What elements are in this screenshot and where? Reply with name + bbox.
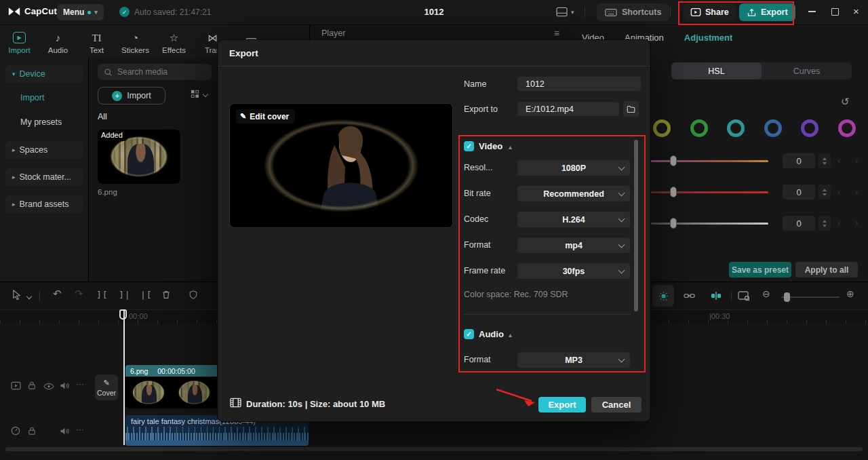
framerate-select[interactable]: 30fps (517, 263, 630, 279)
filter-all-label[interactable]: All (98, 112, 107, 121)
audio-checkbox[interactable]: ✓ (464, 329, 474, 339)
video-track-mute-button[interactable] (60, 381, 70, 390)
segment-hsl[interactable]: HSL (671, 62, 762, 79)
collapse-icon[interactable]: ▴ (509, 331, 512, 339)
format-select[interactable]: mp4 (517, 237, 630, 253)
hue-slider-handle[interactable] (670, 155, 677, 166)
sidebar-item-stock-materials[interactable]: ▸ Stock mater... (5, 168, 83, 186)
hue-slider-track[interactable] (642, 160, 768, 162)
keyframe-next-icon[interactable]: › (855, 218, 858, 228)
tab-text[interactable]: TI Text (77, 28, 116, 54)
mask-button[interactable] (189, 290, 198, 300)
hue-stepper[interactable] (818, 153, 831, 168)
export-button-top[interactable]: Export (739, 3, 795, 21)
search-input[interactable]: Search media (98, 64, 212, 80)
hue-value[interactable]: 0 (783, 153, 815, 168)
video-track-lock-button[interactable] (28, 381, 36, 390)
codec-select[interactable]: H.264 (517, 212, 630, 227)
player-menu-icon[interactable]: ≡ (554, 28, 559, 39)
minimize-button[interactable] (808, 7, 816, 12)
delete-right-button[interactable]: |[ (140, 290, 153, 300)
link-toggle-button[interactable] (684, 292, 695, 300)
audio-format-select[interactable]: MP3 (517, 352, 630, 368)
split-button[interactable]: ][ (96, 290, 108, 300)
main-track-magnet-button[interactable] (711, 291, 722, 301)
hsl-ring-aqua[interactable] (727, 119, 745, 137)
lightness-slider-track[interactable] (642, 223, 768, 225)
saturation-slider-track[interactable] (642, 191, 768, 193)
sidebar-item-spaces[interactable]: ▸ Spaces (5, 141, 83, 159)
delete-button[interactable] (161, 290, 171, 300)
saturation-slider-handle[interactable] (670, 187, 677, 197)
keyframe-prev-icon[interactable]: ‹ (837, 155, 840, 166)
saturation-value[interactable]: 0 (783, 185, 815, 199)
snap-toggle-button[interactable] (652, 285, 674, 307)
undo-button[interactable]: ↶ (53, 288, 62, 300)
collapse-icon[interactable]: ▴ (509, 143, 512, 151)
media-item-thumbnail[interactable]: Added (98, 130, 180, 184)
view-toggle-button[interactable] (191, 90, 208, 98)
zoom-out-button[interactable]: ⊖ (762, 288, 770, 299)
export-path-input[interactable]: E:/1012.mp4 (517, 102, 619, 116)
hsl-ring-magenta[interactable] (838, 119, 856, 137)
sidebar-item-brand-assets[interactable]: ▸ Brand assets (5, 195, 83, 213)
timeline-horizontal-scrollbar[interactable] (5, 447, 863, 451)
text-tab-icon: TI (92, 32, 101, 44)
keyframe-prev-icon[interactable]: ‹ (837, 218, 840, 228)
chevron-down-icon[interactable] (26, 294, 32, 299)
lightness-slider-handle[interactable] (670, 218, 677, 229)
select-tool-button[interactable] (12, 290, 21, 300)
name-input[interactable]: 1012 (517, 77, 641, 91)
shortcuts-button[interactable]: Shortcuts (597, 3, 669, 21)
keyframe-next-icon[interactable]: › (855, 187, 858, 197)
layout-switch-button[interactable]: ▾ (556, 7, 574, 17)
redo-button[interactable]: ↷ (75, 288, 83, 300)
delete-left-button[interactable]: ]| (119, 290, 131, 300)
tab-audio[interactable]: ♪ Audio (39, 28, 77, 54)
export-confirm-button[interactable]: Export (538, 397, 586, 413)
keyframe-prev-icon[interactable]: ‹ (837, 187, 840, 197)
sidebar-item-import[interactable]: Import (20, 93, 44, 102)
audio-track-more-button[interactable]: ··· (76, 425, 84, 434)
import-media-button[interactable]: + Import (98, 87, 165, 104)
apply-to-all-button[interactable]: Apply to all (795, 262, 858, 277)
save-as-preset-button[interactable]: Save as preset (729, 262, 791, 277)
edit-cover-button-timeline[interactable]: ✎ Cover (95, 375, 118, 400)
tab-effects[interactable]: ☆ Effects (155, 28, 193, 54)
preview-axis-button[interactable] (738, 290, 750, 301)
saturation-stepper[interactable] (818, 185, 831, 199)
cancel-button[interactable]: Cancel (591, 397, 642, 413)
tab-stickers[interactable]: ◔ Stickers (116, 28, 155, 54)
segment-curves[interactable]: Curves (762, 62, 852, 79)
resolution-select[interactable]: 1080P (517, 160, 630, 176)
project-title: 1012 (425, 7, 444, 17)
sidebar-item-my-presets[interactable]: My presets (20, 117, 62, 127)
video-track-hide-button[interactable] (43, 383, 54, 390)
lightness-value[interactable]: 0 (783, 216, 815, 231)
dialog-scrollbar[interactable] (634, 140, 638, 311)
lightness-stepper[interactable] (818, 216, 831, 231)
zoom-in-button[interactable]: ⊕ (846, 288, 854, 299)
reset-icon[interactable]: ↺ (841, 96, 850, 108)
bitrate-select[interactable]: Recommended (517, 186, 630, 202)
sidebar-item-device[interactable]: ▾ Device (5, 65, 83, 83)
video-checkbox[interactable]: ✓ (464, 141, 474, 151)
close-button[interactable]: × (853, 5, 859, 17)
audio-track-lock-button[interactable] (28, 426, 36, 436)
keyframe-next-icon[interactable]: › (855, 155, 858, 166)
hsl-ring-green[interactable] (690, 119, 708, 137)
tab-import[interactable]: ▶ Import (0, 28, 39, 54)
hsl-ring-blue[interactable] (764, 119, 782, 137)
share-button[interactable]: Share (684, 3, 736, 21)
maximize-button[interactable] (831, 7, 839, 16)
browse-folder-button[interactable] (623, 101, 639, 117)
menu-button[interactable]: Menu ▾ (57, 4, 104, 20)
video-track-more-button[interactable]: ··· (76, 379, 84, 389)
hsl-ring-purple[interactable] (801, 119, 818, 137)
tab-adjustment[interactable]: Adjustment (684, 33, 733, 43)
edit-cover-button[interactable]: ✎ Edit cover (236, 109, 295, 123)
timeline-zoom-handle[interactable] (784, 292, 790, 302)
audio-track-mute-button[interactable] (60, 427, 70, 436)
playhead-line[interactable] (123, 309, 125, 445)
hsl-ring-yellow[interactable] (653, 119, 671, 137)
